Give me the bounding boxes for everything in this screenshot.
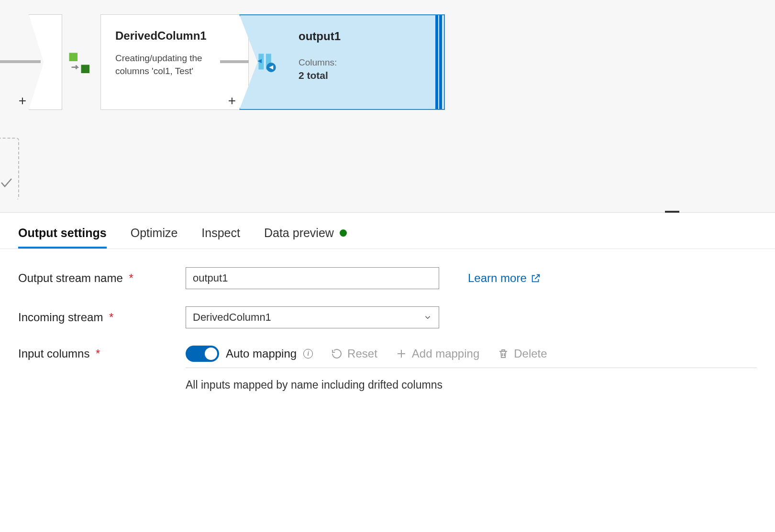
sink-output-icon (256, 52, 280, 76)
chevron-down-icon (423, 313, 432, 322)
properties-panel: Output settings Optimize Inspect Data pr… (0, 212, 775, 532)
node-columns-label: Columns: (299, 57, 430, 68)
plus-icon (396, 348, 407, 359)
flow-canvas[interactable]: DerivedColumn1 Creating/updating the col… (0, 0, 775, 210)
status-dot-icon (340, 229, 347, 237)
add-node-button[interactable]: + (15, 94, 30, 108)
selection-indicator (434, 15, 444, 109)
output-stream-name-input[interactable] (186, 267, 439, 289)
svg-rect-0 (69, 53, 78, 62)
label-text: Incoming stream (18, 311, 103, 324)
node-title: output1 (299, 30, 430, 43)
label-text: Output stream name (18, 271, 123, 284)
tab-inspect[interactable]: Inspect (201, 226, 240, 249)
add-node-button[interactable]: + (225, 94, 239, 108)
derived-column-icon (68, 52, 92, 76)
row-input-columns: Input columns * Auto mapping i Reset Add… (18, 346, 757, 362)
row-incoming-stream: Incoming stream * DerivedColumn1 (18, 306, 757, 328)
mapping-description: All inputs mapped by name including drif… (186, 379, 757, 391)
button-label: Add mapping (412, 347, 479, 360)
required-asterisk: * (109, 311, 113, 324)
tab-optimize[interactable]: Optimize (131, 226, 178, 249)
row-output-stream-name: Output stream name * Learn more (18, 267, 757, 289)
connector-line (220, 60, 249, 63)
button-label: Delete (514, 347, 547, 360)
reset-icon (331, 348, 343, 359)
reset-button[interactable]: Reset (331, 347, 377, 360)
divider (186, 368, 757, 368)
node-body: output1 Columns: 2 total (284, 14, 445, 110)
connector-line (0, 60, 41, 63)
panel-resize-handle[interactable] (665, 211, 679, 213)
tab-label: Inspect (201, 226, 240, 240)
auto-mapping-label: Auto mapping (226, 347, 297, 360)
output-settings-form: Output stream name * Learn more Incoming… (0, 249, 775, 391)
incoming-stream-label: Incoming stream * (18, 311, 186, 324)
required-asterisk: * (129, 271, 133, 284)
panel-tabs: Output settings Optimize Inspect Data pr… (0, 213, 775, 249)
svg-rect-1 (81, 65, 90, 74)
select-value: DerivedColumn1 (193, 311, 271, 324)
info-icon[interactable]: i (303, 349, 313, 358)
output-stream-name-label: Output stream name * (18, 271, 186, 285)
node-subtitle: Creating/updating the columns 'col1, Tes… (115, 52, 234, 77)
button-label: Reset (347, 347, 377, 360)
incoming-stream-select[interactable]: DerivedColumn1 (186, 306, 439, 328)
checkmark-icon (0, 177, 12, 189)
tab-label: Optimize (131, 226, 178, 240)
node-columns-value: 2 total (299, 70, 430, 81)
tab-label: Data preview (264, 226, 334, 240)
tab-output-settings[interactable]: Output settings (18, 226, 107, 249)
external-link-icon (531, 273, 541, 283)
auto-mapping-toggle[interactable] (186, 346, 219, 362)
label-text: Input columns (18, 347, 89, 360)
input-columns-label: Input columns * (18, 347, 186, 360)
node-title: DerivedColumn1 (115, 29, 234, 43)
auto-mapping-control: Auto mapping i (186, 346, 313, 362)
delete-button[interactable]: Delete (498, 347, 547, 360)
tab-label: Output settings (18, 226, 107, 240)
required-asterisk: * (96, 347, 100, 360)
tab-data-preview[interactable]: Data preview (264, 226, 347, 249)
trash-icon (498, 348, 509, 359)
link-text: Learn more (468, 271, 527, 285)
dashed-placeholder (0, 138, 19, 200)
add-mapping-button[interactable]: Add mapping (396, 347, 479, 360)
learn-more-link[interactable]: Learn more (468, 271, 541, 285)
